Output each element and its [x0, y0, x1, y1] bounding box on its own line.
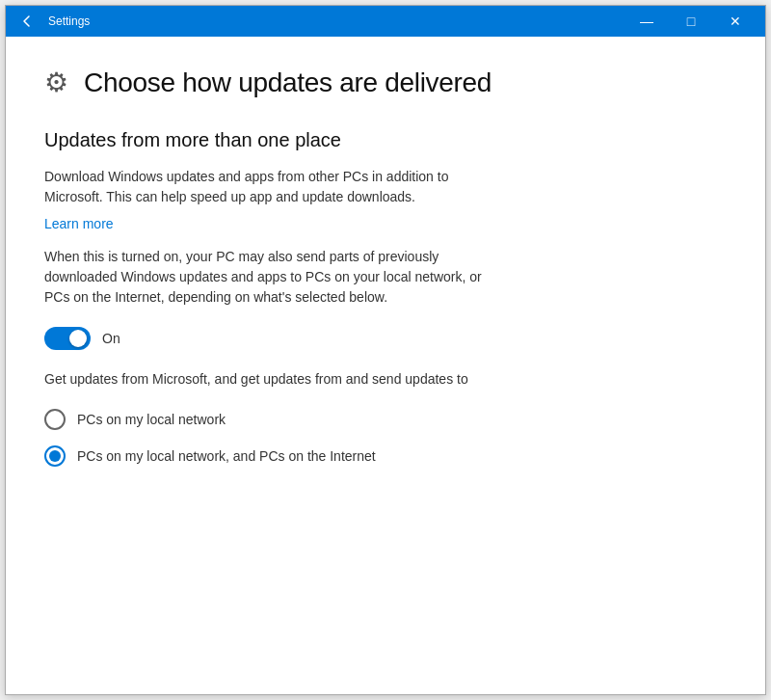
toggle-thumb	[69, 330, 87, 347]
description-1: Download Windows updates and apps from o…	[44, 167, 507, 207]
description-2: When this is turned on, your PC may also…	[44, 247, 507, 308]
radio-local-circle	[44, 409, 66, 430]
back-button[interactable]	[13, 8, 40, 35]
toggle-row: On	[44, 327, 727, 350]
radio-local-network[interactable]: PCs on my local network	[44, 409, 727, 430]
radio-internet[interactable]: PCs on my local network, and PCs on the …	[44, 445, 727, 467]
minimize-button[interactable]: —	[625, 6, 669, 37]
close-button[interactable]: ✕	[713, 6, 758, 37]
section-title: Updates from more than one place	[44, 129, 727, 151]
page-content: ⚙ Choose how updates are delivered Updat…	[6, 37, 765, 694]
window-title: Settings	[48, 14, 625, 28]
radio-local-label: PCs on my local network	[77, 412, 226, 427]
learn-more-link[interactable]: Learn more	[44, 216, 114, 231]
toggle-label: On	[102, 331, 120, 346]
maximize-button[interactable]: □	[669, 6, 713, 37]
page-title: Choose how updates are delivered	[84, 67, 492, 98]
main-window: Settings — □ ✕ ⚙ Choose how updates are …	[5, 5, 766, 695]
updates-source-desc: Get updates from Microsoft, and get upda…	[44, 369, 507, 390]
titlebar: Settings — □ ✕	[6, 6, 765, 37]
radio-internet-circle	[44, 445, 66, 467]
page-header: ⚙ Choose how updates are delivered	[44, 67, 727, 98]
window-controls: — □ ✕	[625, 6, 758, 37]
gear-icon: ⚙	[44, 69, 68, 96]
updates-toggle[interactable]	[44, 327, 91, 350]
radio-internet-label: PCs on my local network, and PCs on the …	[77, 448, 376, 464]
